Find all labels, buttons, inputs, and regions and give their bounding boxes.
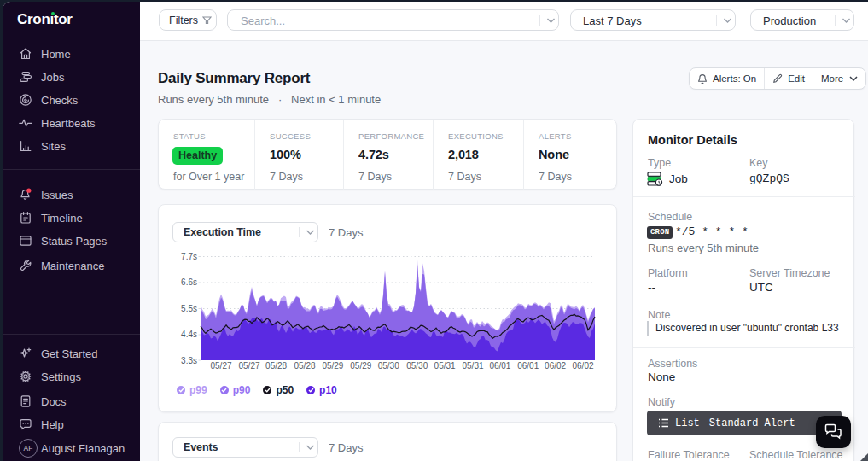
svg-text:05/27: 05/27 [210, 361, 231, 371]
svg-text:7.7s: 7.7s [181, 252, 197, 261]
svg-text:05/31: 05/31 [434, 361, 456, 371]
svg-text:05/30: 05/30 [378, 361, 399, 371]
svg-text:06/02: 06/02 [545, 361, 566, 371]
svg-text:05/29: 05/29 [322, 361, 343, 371]
svg-text:05/27: 05/27 [238, 361, 259, 371]
svg-text:05/30: 05/30 [406, 361, 428, 371]
svg-text:05/31: 05/31 [462, 361, 483, 371]
svg-text:06/01: 06/01 [517, 361, 539, 371]
svg-text:06/01: 06/01 [489, 361, 510, 371]
svg-text:5.5s: 5.5s [181, 304, 197, 313]
svg-text:3.3s: 3.3s [181, 356, 197, 365]
svg-text:6.6s: 6.6s [181, 277, 197, 287]
svg-text:4.4s: 4.4s [181, 330, 197, 339]
svg-text:05/28: 05/28 [265, 361, 287, 371]
svg-text:05/28: 05/28 [294, 361, 315, 371]
svg-text:05/29: 05/29 [350, 361, 371, 371]
svg-text:06/02: 06/02 [572, 361, 593, 371]
